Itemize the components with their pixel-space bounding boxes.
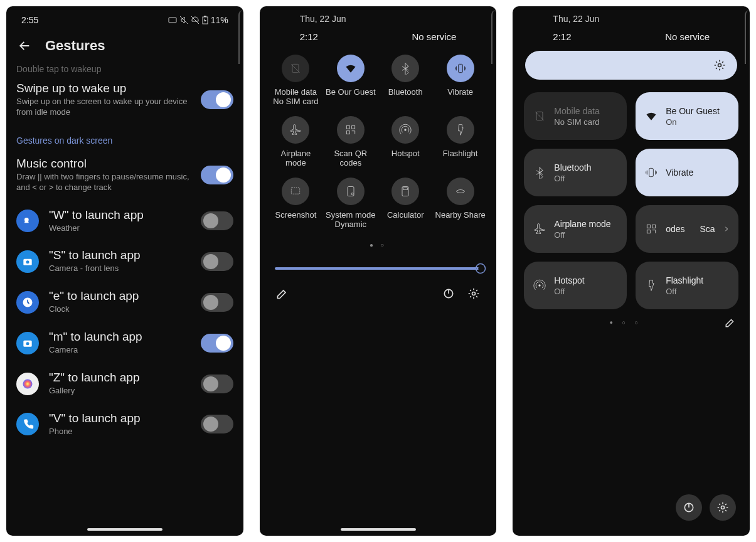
- qs-tile[interactable]: Scan QR codes: [324, 116, 376, 167]
- nav-pill[interactable]: [87, 528, 162, 531]
- status-time: 2:55: [21, 15, 38, 25]
- setting-sub: Phone: [49, 427, 191, 437]
- qs-tile[interactable]: Mobile data No SIM card: [524, 92, 627, 140]
- qs-tile-sub: On: [666, 117, 720, 127]
- app-icon: [16, 373, 39, 395]
- qs-tile[interactable]: System mode Dynamic: [324, 178, 376, 229]
- qs-tile[interactable]: Nearby Share: [434, 178, 486, 229]
- qs-tile-icon: [337, 55, 365, 82]
- svg-rect-30: [647, 230, 651, 233]
- qs-tile[interactable]: odes Sca: [636, 205, 738, 253]
- search-bar[interactable]: [525, 51, 737, 80]
- qs-tile[interactable]: Mobile data No SIM card: [270, 55, 322, 106]
- svg-point-24: [472, 292, 476, 295]
- toggle[interactable]: [201, 375, 233, 393]
- gesture-launch-row[interactable]: "S" to launch app Camera - front lens: [6, 241, 243, 282]
- toggle[interactable]: [201, 211, 233, 230]
- qs-tile-icon: [447, 55, 474, 82]
- qs-tile[interactable]: Vibrate: [434, 55, 486, 106]
- brightness-slider[interactable]: [275, 267, 482, 270]
- qs-tile-label: Flashlight: [434, 149, 486, 158]
- page-dots: ● ○: [260, 242, 497, 248]
- page-indicator-row: ● ○ ○: [513, 309, 750, 336]
- qs-tile-label: Mobile data: [270, 87, 322, 97]
- gesture-launch-row[interactable]: "e" to launch app Clock: [6, 282, 243, 322]
- qs-tile[interactable]: Flashlight Off: [636, 262, 738, 309]
- setting-title: "W" to launch app: [49, 208, 191, 222]
- qs-tile[interactable]: Airplane mode: [270, 116, 322, 167]
- qs-tile-label: Calculator: [380, 210, 432, 220]
- qs-tile-label: Screenshot: [270, 210, 322, 220]
- edit-icon[interactable]: [725, 317, 736, 328]
- toggle[interactable]: [201, 334, 233, 353]
- qs-tile[interactable]: Vibrate: [636, 149, 738, 196]
- qs-tile-sub: Off: [666, 287, 703, 296]
- brightness-icon: [475, 263, 486, 274]
- qs-tile-icon: [533, 110, 546, 122]
- page-title: Gestures: [45, 38, 105, 54]
- service-status: No service: [412, 31, 456, 42]
- scrollbar[interactable]: [491, 10, 496, 64]
- page-dots: ● ○ ○: [526, 319, 725, 326]
- svg-rect-28: [647, 225, 651, 228]
- toggle[interactable]: [201, 90, 233, 109]
- setting-title: "e" to launch app: [49, 289, 191, 303]
- qs-tile[interactable]: Be Our Guest: [324, 55, 376, 106]
- toggle[interactable]: [201, 166, 233, 184]
- qs-tile[interactable]: Be Our Guest On: [636, 92, 738, 140]
- toggle[interactable]: [201, 252, 233, 271]
- gesture-launch-row[interactable]: "W" to launch app Weather: [6, 201, 243, 242]
- qs-tile[interactable]: Bluetooth Off: [524, 149, 627, 196]
- status-bar: 2:55 11%: [6, 6, 243, 28]
- qs-tile-label: Vibrate: [434, 87, 486, 97]
- header: Gestures: [6, 28, 243, 68]
- toggle[interactable]: [201, 415, 233, 433]
- gesture-launch-row[interactable]: "V" to launch app Phone: [6, 404, 243, 445]
- toggle[interactable]: [201, 293, 233, 312]
- qs-tile[interactable]: Airplane mode Off: [524, 205, 627, 253]
- setting-title: "V" to launch app: [49, 412, 191, 425]
- qs-tile-icon: [282, 116, 309, 144]
- qs-tile-icon: [533, 166, 546, 179]
- qs-tile[interactable]: Hotspot: [380, 116, 432, 167]
- qs-tile-label: Hotspot: [380, 149, 432, 158]
- qs-tile[interactable]: Screenshot: [270, 178, 322, 229]
- qs-tile-sub: No SIM card: [554, 117, 599, 127]
- settings-button[interactable]: [710, 494, 736, 521]
- setting-title: Music control: [16, 157, 191, 171]
- qs-tile-icon: [447, 116, 474, 144]
- scrollbar[interactable]: [745, 10, 750, 64]
- app-icon: [16, 291, 39, 314]
- gesture-launch-row[interactable]: "m" to launch app Camera: [6, 322, 243, 363]
- nav-pill[interactable]: [341, 528, 416, 531]
- qs-tile-icon: [644, 110, 658, 122]
- setting-swipe-up[interactable]: Swipe up to wake up Swipe up on the scre…: [6, 74, 243, 125]
- settings-icon[interactable]: [467, 287, 480, 300]
- back-icon[interactable]: [18, 39, 31, 53]
- qs-tile[interactable]: Calculator: [380, 178, 432, 229]
- scrollbar[interactable]: [238, 10, 243, 64]
- svg-point-5: [26, 260, 29, 263]
- power-icon[interactable]: [442, 287, 455, 300]
- settings-icon[interactable]: [713, 59, 726, 72]
- qs-tile-icon: [533, 279, 546, 292]
- setting-music-control[interactable]: Music control Draw || with two fingers t…: [6, 149, 243, 201]
- setting-title: "Z" to launch app: [49, 371, 191, 385]
- power-button[interactable]: [676, 494, 702, 521]
- qs-tile[interactable]: Bluetooth: [380, 55, 432, 106]
- settings-icon: [716, 501, 729, 514]
- svg-point-15: [405, 129, 407, 130]
- app-icon: [16, 250, 39, 273]
- svg-rect-2: [204, 16, 206, 17]
- qs-tile[interactable]: Flashlight: [434, 116, 486, 167]
- svg-rect-29: [652, 225, 656, 228]
- gesture-launch-row[interactable]: "Z" to launch app Gallery: [6, 363, 243, 404]
- gestures-settings-screen: 2:55 11% Gestures Double tap to wakeup S…: [6, 6, 243, 536]
- date: Thu, 22 Jun: [513, 6, 750, 25]
- qs-tile-icon: [337, 116, 365, 144]
- edit-icon[interactable]: [276, 287, 289, 300]
- qs-tile-icon: [391, 116, 419, 144]
- chevron-right-icon: [723, 224, 730, 234]
- qs-tile[interactable]: Hotspot Off: [524, 262, 627, 309]
- battery-charging-icon: [202, 16, 208, 24]
